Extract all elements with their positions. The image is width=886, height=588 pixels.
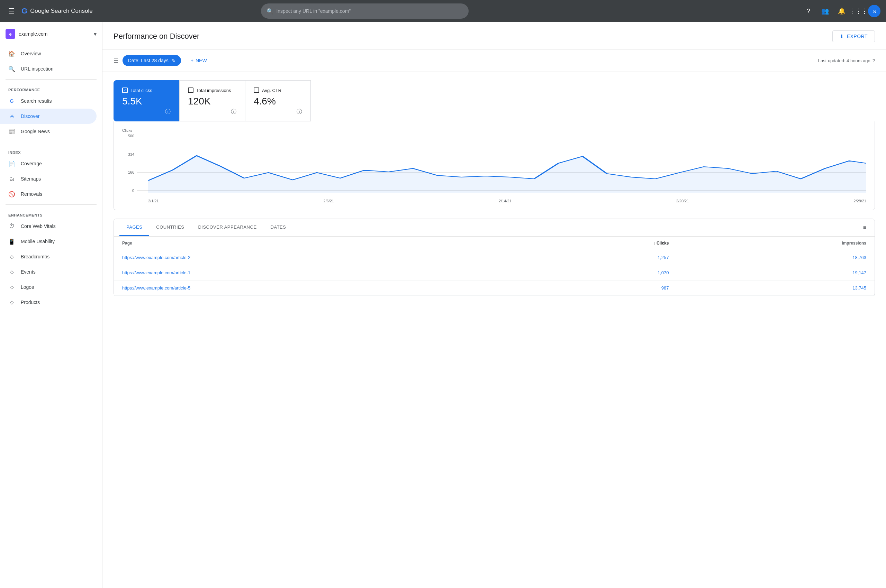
sidebar-item-sitemaps[interactable]: 🗂 Sitemaps	[0, 171, 96, 186]
metric-card-avg-ctr[interactable]: Avg. CTR 4.6% ⓘ	[245, 80, 311, 122]
sidebar-item-products[interactable]: ◇ Products	[0, 295, 96, 310]
discover-icon: ✳	[8, 113, 15, 120]
sidebar-item-label: Sitemaps	[21, 176, 41, 182]
sidebar-item-label: Overview	[21, 51, 41, 56]
metric-checkbox-clicks	[122, 87, 128, 93]
avatar[interactable]: S	[868, 5, 880, 17]
col-clicks[interactable]: ↓Clicks	[522, 237, 677, 250]
sidebar-item-google-news[interactable]: 📰 Google News	[0, 124, 96, 139]
help-icon[interactable]: ?	[802, 4, 815, 18]
table-header-row: Page ↓Clicks Impressions	[114, 237, 875, 250]
plus-icon: +	[191, 58, 194, 63]
y-label-0: 0	[122, 189, 134, 193]
col-page: Page	[114, 237, 522, 250]
metric-label-ctr: Avg. CTR	[262, 88, 281, 93]
sidebar-item-label: Discover	[21, 114, 39, 119]
y-label-166: 166	[122, 170, 134, 174]
cell-page-2: https://www.example.com/article-1	[114, 265, 522, 280]
apps-icon[interactable]: ⋮⋮⋮	[851, 4, 865, 18]
site-selector[interactable]: e example.com ▾	[0, 25, 102, 43]
sidebar-item-overview[interactable]: 🏠 Overview	[0, 46, 96, 61]
metric-value-ctr: 4.6%	[254, 96, 302, 107]
table-filter-icon[interactable]: ≡	[860, 222, 869, 234]
google-icon: G	[8, 98, 15, 105]
sidebar-item-breadcrumbs[interactable]: ◇ Breadcrumbs	[0, 249, 96, 264]
cell-impressions-3: 13,745	[677, 280, 875, 296]
products-icon: ◇	[8, 299, 15, 306]
google-g-icon: G	[21, 7, 27, 16]
cell-clicks-3: 987	[522, 280, 677, 296]
metric-card-total-clicks[interactable]: Total clicks 5.5K ⓘ	[114, 80, 179, 122]
metric-info-icon-ctr[interactable]: ⓘ	[296, 108, 302, 116]
notifications-icon[interactable]: 🔔	[835, 4, 848, 18]
site-dropdown-icon: ▾	[94, 31, 96, 38]
cell-impressions-2: 19,147	[677, 265, 875, 280]
sidebar-item-url-inspection[interactable]: 🔍 URL inspection	[0, 61, 96, 76]
sidebar-item-label: Removals	[21, 191, 42, 197]
page-link-1[interactable]: https://www.example.com/article-2	[122, 255, 190, 260]
page-link-3[interactable]: https://www.example.com/article-5	[122, 285, 190, 291]
data-table: Page ↓Clicks Impressions https://www.exa…	[114, 237, 875, 296]
cell-impressions-1: 18,763	[677, 250, 875, 265]
new-label: NEW	[196, 58, 207, 63]
page-link-2[interactable]: https://www.example.com/article-1	[122, 270, 190, 275]
metric-card-total-impressions[interactable]: Total impressions 120K ⓘ	[179, 80, 245, 122]
tab-countries[interactable]: COUNTRIES	[149, 219, 191, 236]
tab-discover-appearance[interactable]: DISCOVER APPEARANCE	[191, 219, 263, 236]
filter-bar: ☰ Date: Last 28 days ✎ + NEW Last update…	[102, 50, 886, 72]
chart-x-labels: 2/1/21 2/6/21 2/14/21 2/20/21 2/28/21	[148, 199, 866, 203]
search-input[interactable]	[276, 8, 463, 14]
metric-label-impressions: Total impressions	[196, 88, 231, 93]
chart-area: 500 334 166 0	[122, 134, 866, 203]
site-name: example.com	[19, 31, 90, 37]
date-filter-label: Date: Last 28 days	[128, 58, 168, 63]
sidebar-item-logos[interactable]: ◇ Logos	[0, 279, 96, 295]
table-section: PAGES COUNTRIES DISCOVER APPEARANCE DATE…	[114, 219, 875, 296]
hamburger-menu-icon[interactable]: ☰	[6, 4, 17, 18]
x-label-1: 2/1/21	[148, 199, 159, 203]
chart-y-label: Clicks	[122, 128, 866, 132]
col-impressions: Impressions	[677, 237, 875, 250]
tab-pages[interactable]: PAGES	[119, 219, 149, 236]
table-row: https://www.example.com/article-1 1,070 …	[114, 265, 875, 280]
brand-name: Google Search Console	[30, 8, 93, 15]
x-label-2: 2/6/21	[323, 199, 334, 203]
chart-svg-wrapper	[148, 134, 866, 193]
sidebar-item-removals[interactable]: 🚫 Removals	[0, 186, 96, 202]
sidebar-item-core-web-vitals[interactable]: ⏱ Core Web Vitals	[0, 219, 96, 234]
core-web-vitals-icon: ⏱	[8, 223, 15, 230]
date-filter-button[interactable]: Date: Last 28 days ✎	[122, 55, 181, 66]
new-filter-button[interactable]: + NEW	[185, 55, 212, 66]
users-icon[interactable]: 👥	[818, 4, 832, 18]
sidebar-item-events[interactable]: ◇ Events	[0, 264, 96, 279]
metric-info-icon-clicks[interactable]: ⓘ	[165, 108, 171, 116]
breadcrumbs-icon: ◇	[8, 253, 15, 260]
sidebar-item-label: Breadcrumbs	[21, 254, 50, 260]
removals-icon: 🚫	[8, 190, 15, 198]
x-label-5: 2/28/21	[853, 199, 866, 203]
main-layout: e example.com ▾ 🏠 Overview 🔍 URL inspect…	[0, 22, 886, 588]
tab-dates[interactable]: DATES	[264, 219, 293, 236]
x-label-4: 2/20/21	[676, 199, 689, 203]
nav-divider-3	[6, 204, 96, 205]
table-header: Page ↓Clicks Impressions	[114, 237, 875, 250]
sidebar-item-label: Events	[21, 269, 36, 274]
table-row: https://www.example.com/article-5 987 13…	[114, 280, 875, 296]
sidebar-item-mobile-usability[interactable]: 📱 Mobile Usability	[0, 234, 96, 249]
sidebar-item-label: Mobile Usability	[21, 238, 55, 244]
table-tabs: PAGES COUNTRIES DISCOVER APPEARANCE DATE…	[114, 219, 875, 237]
x-label-3: 2/14/21	[499, 199, 511, 203]
search-bar[interactable]: 🔍	[261, 3, 469, 19]
sidebar-item-coverage[interactable]: 📄 Coverage	[0, 156, 96, 171]
sidebar-item-search-results[interactable]: G Search results	[0, 93, 96, 109]
export-button[interactable]: ⬇ EXPORT	[832, 30, 875, 42]
y-label-500: 500	[122, 134, 134, 138]
metric-checkbox-impressions	[188, 87, 194, 93]
brand-logo: G Google Search Console	[21, 7, 93, 16]
chart-area-fill	[148, 156, 866, 193]
sidebar-item-discover[interactable]: ✳ Discover	[0, 109, 96, 124]
sidebar-item-label: URL inspection	[21, 66, 53, 72]
site-favicon: e	[6, 29, 15, 39]
metric-info-icon-impressions[interactable]: ⓘ	[231, 108, 236, 116]
filter-icon: ☰	[114, 57, 118, 64]
